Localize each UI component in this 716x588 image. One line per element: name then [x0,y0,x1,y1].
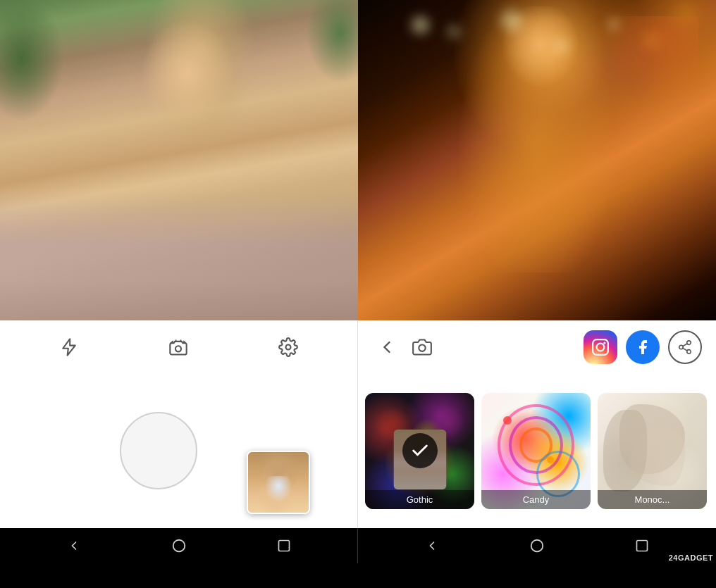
home-circle-icon-right [529,538,545,553]
back-nav-button-left[interactable] [61,533,87,558]
toolbar-social-buttons [584,330,702,364]
back-nav-button-right[interactable] [419,533,445,558]
flip-camera-button[interactable] [163,332,193,362]
back-icon [377,337,397,357]
original-photo [0,0,358,320]
svg-point-0 [175,346,181,351]
facebook-button[interactable] [626,330,660,364]
toolbar-right-nav [372,332,437,362]
share-button[interactable] [668,330,702,364]
toolbar-left [0,320,358,373]
svg-line-10 [683,343,687,346]
svg-rect-3 [593,339,608,355]
share-icon [677,339,693,355]
back-nav-icon-right [425,539,439,553]
filter-card-monochrome[interactable]: Monoc... [598,393,707,509]
artistic-photo-panel [358,0,716,320]
nav-left [0,528,358,563]
circle-selector[interactable] [120,412,197,489]
svg-point-6 [687,340,691,344]
original-photo-panel [0,0,358,320]
camera-icon [412,337,432,357]
svg-point-13 [531,540,543,552]
back-nav-icon-left [67,539,81,553]
candy-filter-label: Candy [481,490,591,509]
svg-rect-12 [278,541,289,551]
svg-point-7 [679,345,684,349]
flash-button[interactable] [54,332,84,362]
svg-rect-14 [637,541,648,551]
svg-point-11 [173,540,185,552]
home-circle-icon-left [171,538,187,553]
bottom-content-area: Gothic Candy [0,373,716,528]
artistic-photo [358,0,716,320]
facebook-icon [634,339,651,356]
main-photo-area [0,0,716,320]
recent-apps-button-right[interactable] [629,533,655,558]
svg-point-5 [603,342,605,344]
navigation-bar: 24GADGET [0,528,716,563]
svg-point-4 [597,343,605,351]
nav-right: 24GADGET [358,528,716,563]
filter-list: Gothic Candy [358,373,716,528]
instagram-icon [591,338,610,356]
instagram-button[interactable] [584,330,617,364]
home-button-right[interactable] [524,533,550,558]
flash-icon [59,337,79,357]
svg-line-9 [683,348,687,351]
monochrome-filter-label: Monoc... [598,490,707,509]
recent-apps-button-left[interactable] [271,533,297,558]
recent-apps-icon-right [635,539,649,553]
thumbnail-preview[interactable] [247,451,310,514]
home-button-left[interactable] [166,533,192,558]
svg-point-2 [419,344,425,351]
svg-point-1 [286,344,291,349]
checkmark-icon [410,441,430,461]
filter-card-gothic[interactable]: Gothic [365,393,474,509]
recent-apps-icon-left [277,539,291,553]
settings-icon [278,337,298,357]
filter-card-candy[interactable]: Candy [481,393,591,509]
svg-point-8 [687,349,691,354]
camera-button[interactable] [407,332,437,362]
toolbar-right [358,320,716,373]
gothic-checkmark [402,433,438,468]
toolbar [0,320,716,373]
back-button[interactable] [372,332,402,362]
gothic-filter-label: Gothic [365,490,474,509]
settings-button[interactable] [273,332,303,362]
bottom-left-panel [0,373,358,528]
watermark: 24GADGET [669,553,713,562]
flip-camera-icon [168,337,188,357]
